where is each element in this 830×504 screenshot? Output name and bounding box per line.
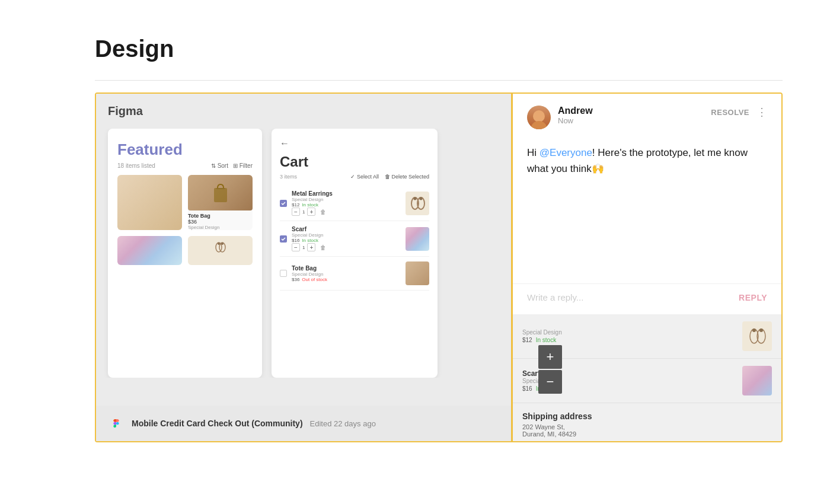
comment-actions: RESOLVE ⋮ xyxy=(711,106,767,119)
cart-item-price-row: $36 Out of stock xyxy=(292,277,401,282)
cart-item-qty: − 1 + 🗑 xyxy=(292,243,401,251)
svg-point-4 xyxy=(218,243,220,245)
comment-body: Hi @Everyone! Here's the prototype, let … xyxy=(513,139,781,283)
qty-plus-btn[interactable]: + xyxy=(307,243,315,251)
delete-icon[interactable]: 🗑 xyxy=(320,209,326,215)
cont-price: $12 xyxy=(522,337,532,343)
cart-item-sub: Special Design xyxy=(292,272,401,277)
figma-logo: Figma xyxy=(96,94,511,129)
cart-item-info: Tote Bag Special Design $36 Out of stock xyxy=(292,265,401,282)
file-name: Mobile Credit Card Check Out (Community) xyxy=(132,419,303,428)
shipping-address: 202 Wayne St, Durand, MI, 48429 xyxy=(522,423,772,438)
stock-status: Out of stock xyxy=(302,277,327,282)
svg-point-8 xyxy=(414,197,417,200)
featured-item-count: 18 items listed xyxy=(117,162,155,169)
svg-rect-1 xyxy=(216,188,225,189)
featured-subtitle: 18 items listed ⇅ Sort ⊞ Filter xyxy=(117,162,253,169)
cont-item-image xyxy=(742,366,772,395)
delete-selected-btn[interactable]: 🗑 Delete Selected xyxy=(385,174,429,180)
main-card: Figma Featured 18 items listed ⇅ Sort ⊞ … xyxy=(95,92,783,442)
cart-item-info: Metal Earrings Special Design $12 In sto… xyxy=(292,190,401,216)
cart-checkbox-unchecked[interactable] xyxy=(280,270,287,277)
page-divider xyxy=(95,80,783,81)
cart-item-image xyxy=(406,192,429,215)
zoom-controls: + − xyxy=(538,345,562,394)
item-sub: Special Design xyxy=(188,225,253,230)
tote-visual xyxy=(188,175,253,210)
cont-price: $16 xyxy=(522,385,532,392)
comment-mention[interactable]: @Everyone xyxy=(540,147,592,158)
featured-filter-row: ⇅ Sort ⊞ Filter xyxy=(211,162,253,169)
featured-title: Featured xyxy=(117,141,253,159)
necklace-image xyxy=(117,175,182,230)
zoom-out-button[interactable]: − xyxy=(538,370,562,394)
list-item: Special Design xyxy=(188,236,253,265)
scarf-image xyxy=(117,236,182,265)
list-item: Metal Earrings Special Design $12 In sto… xyxy=(280,186,429,221)
earrings-image xyxy=(188,236,253,265)
cart-item-name: Scarf xyxy=(292,226,401,232)
comment-header: Andrew Now RESOLVE ⋮ xyxy=(513,94,781,139)
cont-stock: In stock xyxy=(536,337,556,343)
qty-minus-btn[interactable]: − xyxy=(292,243,300,251)
reply-input[interactable]: Write a reply... xyxy=(527,292,739,302)
cart-back-arrow[interactable]: ← xyxy=(280,138,429,149)
qty-plus-btn[interactable]: + xyxy=(307,208,315,216)
more-options-button[interactable]: ⋮ xyxy=(756,106,767,119)
svg-point-5 xyxy=(221,243,224,245)
qty-value: 1 xyxy=(302,245,305,250)
list-item: Scarf $16 Special Design xyxy=(117,236,182,265)
resolve-button[interactable]: RESOLVE xyxy=(711,108,749,117)
reply-button[interactable]: REPLY xyxy=(739,293,767,302)
list-item: Seashell Necklace $15 Special Design xyxy=(117,175,182,230)
figma-canvas: Featured 18 items listed ⇅ Sort ⊞ Filter… xyxy=(96,129,511,378)
stock-status: In stock xyxy=(302,202,318,208)
cart-item-info: Scarf Special Design $16 In stock − 1 + … xyxy=(292,226,401,251)
cart-title: Cart xyxy=(280,154,429,170)
comment-username: Andrew xyxy=(558,106,711,116)
page-container: Design Figma Featured 18 items listed ⇅ … xyxy=(0,0,830,466)
svg-point-9 xyxy=(420,197,423,200)
edited-time: Edited 22 days ago xyxy=(310,419,376,428)
cart-checkbox-checked[interactable] xyxy=(280,200,287,207)
shipping-city: Durand, MI, 48429 xyxy=(522,430,772,438)
figma-preview: Figma Featured 18 items listed ⇅ Sort ⊞ … xyxy=(96,94,511,441)
cart-item-sub: Special Design xyxy=(292,232,401,238)
shipping-section: Shipping address 202 Wayne St, Durand, M… xyxy=(513,403,781,441)
shipping-title: Shipping address xyxy=(522,412,772,421)
cart-item-name: Metal Earrings xyxy=(292,190,401,197)
select-all-btn[interactable]: ✓ Select All xyxy=(350,174,379,180)
item-price: $36 xyxy=(188,219,253,225)
cart-screen: ← Cart 3 items ✓ Select All 🗑 Delete Sel… xyxy=(272,129,438,378)
qty-minus-btn[interactable]: − xyxy=(292,208,300,216)
cart-item-price: $16 xyxy=(292,238,299,243)
avatar-face xyxy=(527,106,551,129)
figma-icon xyxy=(108,415,124,432)
tote-image xyxy=(188,175,253,210)
featured-items-grid: Seashell Necklace $15 Special Design xyxy=(117,175,253,265)
cart-item-price-row: $12 In stock xyxy=(292,202,401,208)
cont-item-image xyxy=(742,321,772,351)
comment-reply-area: Write a reply... REPLY xyxy=(513,283,781,314)
delete-icon[interactable]: 🗑 xyxy=(320,244,326,251)
cont-item-info: Special Design $12 In stock xyxy=(522,329,736,343)
cart-checkbox-checked[interactable] xyxy=(280,235,287,243)
list-item: Tote Bag $36 Special Design xyxy=(188,175,253,230)
cart-meta: 3 items ✓ Select All 🗑 Delete Selected xyxy=(280,174,429,180)
cart-item-qty: − 1 + 🗑 xyxy=(292,208,401,216)
bottom-bar: Mobile Credit Card Check Out (Community)… xyxy=(96,406,511,441)
featured-screen: Featured 18 items listed ⇅ Sort ⊞ Filter… xyxy=(108,129,262,378)
cart-item-price-row: $16 In stock xyxy=(292,238,401,243)
zoom-in-button[interactable]: + xyxy=(538,345,562,369)
stock-status: In stock xyxy=(302,238,318,243)
page-title: Design xyxy=(95,36,783,62)
filter-btn[interactable]: ⊞ Filter xyxy=(233,162,253,169)
svg-point-13 xyxy=(759,328,763,332)
avatar xyxy=(527,106,551,129)
cart-meta-actions: ✓ Select All 🗑 Delete Selected xyxy=(350,174,429,180)
list-item: Scarf Special Design $16 In stock − 1 + … xyxy=(280,221,429,257)
svg-point-12 xyxy=(752,328,756,332)
cont-label: Special Design xyxy=(522,329,736,336)
svg-rect-0 xyxy=(214,188,227,202)
sort-btn[interactable]: ⇅ Sort xyxy=(211,162,228,169)
